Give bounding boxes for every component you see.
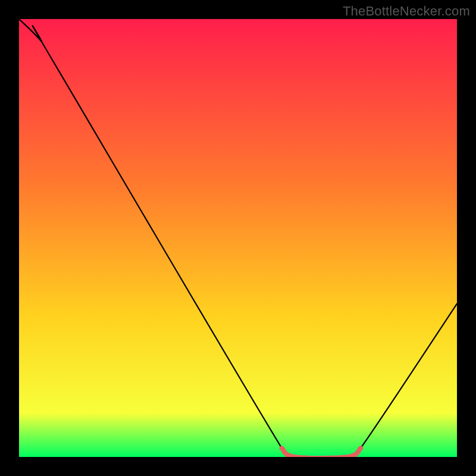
bottleneck-chart [19,19,457,457]
watermark-text: TheBottleNecker.com [343,4,470,19]
chart-frame [19,19,457,457]
gradient-background [19,19,457,457]
